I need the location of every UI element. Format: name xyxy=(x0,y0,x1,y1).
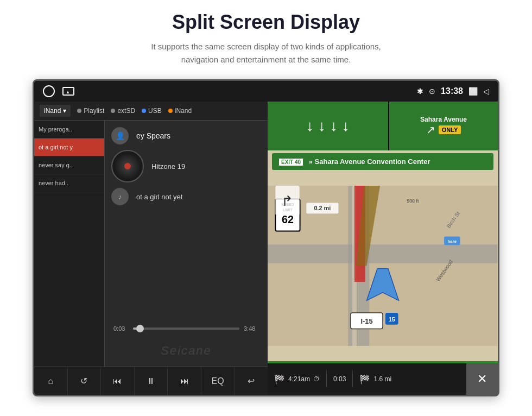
time-total: 3:48 xyxy=(244,325,259,332)
nav-map: ↓ ↓ ↓ ↓ Sahara Avenue ↗ ONLY xyxy=(268,102,498,395)
nav-bottom-bar: 🏁 4:21am ⏱ 0:03 🏁 1.6 mi ✕ xyxy=(268,363,498,395)
artist-name: ey Spears xyxy=(136,131,170,140)
road-svg: Birch St Westwood SPEED LIMIT 62 ↱ 0.2 m… xyxy=(268,186,498,346)
album-row: Hitzone 19 xyxy=(111,150,261,182)
svg-text:15: 15 xyxy=(389,316,395,323)
bluetooth-icon: ✱ xyxy=(417,87,423,96)
device-frame: ✱ ⊙ 13:38 ⬜ ◁ iNand ▾ Playlist xyxy=(33,79,499,396)
nav-elapsed: 0:03 xyxy=(327,375,352,383)
status-right-icons: ✱ ⊙ 13:38 ⬜ ◁ xyxy=(417,86,489,96)
dropdown-arrow: ▾ xyxy=(63,107,66,115)
watermark: Seicane xyxy=(111,342,261,360)
arrow-down-4: ↓ xyxy=(342,117,350,135)
exit-sign: EXIT 40 » Sahara Avenue Convention Cente… xyxy=(272,153,493,170)
extsd-option[interactable]: extSD xyxy=(111,107,135,115)
note-icon: ♪ xyxy=(111,188,129,205)
road-signs-top: ↓ ↓ ↓ ↓ Sahara Avenue ↗ ONLY xyxy=(268,102,498,150)
svg-text:I-15: I-15 xyxy=(361,317,373,325)
sahara-text: Sahara Avenue xyxy=(420,116,467,123)
usb-option[interactable]: USB xyxy=(142,107,162,115)
main-area: iNand ▾ Playlist extSD USB iNand xyxy=(34,102,498,395)
progress-section: 0:03 3:48 xyxy=(111,321,261,336)
flag-start-icon: 🏁 xyxy=(274,374,285,385)
arrow-down-2: ↓ xyxy=(318,117,326,135)
artist-row: 👤 ey Spears xyxy=(111,127,261,144)
home-button[interactable]: ⌂ xyxy=(34,367,68,395)
inand-option[interactable]: iNand xyxy=(168,107,192,115)
close-button[interactable]: ✕ xyxy=(466,363,498,395)
svg-text:62: 62 xyxy=(282,213,294,225)
playlist-item-active[interactable]: ot a girl,not y xyxy=(34,138,104,156)
green-sign-right: Sahara Avenue ↗ ONLY xyxy=(389,102,498,150)
back-button[interactable]: ↩ xyxy=(235,367,268,395)
status-time: 13:38 xyxy=(441,86,463,96)
image-icon xyxy=(62,87,74,96)
navigation-panel: ↓ ↓ ↓ ↓ Sahara Avenue ↗ ONLY xyxy=(268,102,498,395)
arrow-down-3: ↓ xyxy=(330,117,338,135)
svg-text:0.2 mi: 0.2 mi xyxy=(314,205,331,211)
playlist-dot xyxy=(77,109,81,113)
source-dropdown[interactable]: iNand ▾ xyxy=(40,105,71,117)
playlist: My preroga.. ot a girl,not y never say g… xyxy=(34,121,105,367)
only-badge: ONLY xyxy=(439,125,461,134)
status-left-icons xyxy=(43,85,74,97)
track-row: ♪ ot a girl not yet xyxy=(111,188,261,205)
page-title: Split Screen Display xyxy=(172,11,360,34)
extsd-dot xyxy=(111,109,115,113)
back-icon: ◁ xyxy=(483,87,489,96)
close-icon: ✕ xyxy=(477,372,487,386)
inand-dot xyxy=(168,109,173,113)
track-name: ot a girl not yet xyxy=(136,193,182,201)
green-sign-left: ↓ ↓ ↓ ↓ xyxy=(268,102,389,150)
repeat-button[interactable]: ↺ xyxy=(68,367,102,395)
elapsed-time: 0:03 xyxy=(333,375,346,383)
arrow-down-1: ↓ xyxy=(306,117,314,135)
next-button[interactable]: ⏭ xyxy=(168,367,201,395)
prev-button[interactable]: ⏮ xyxy=(101,367,135,395)
nav-distance: 🏁 1.6 mi xyxy=(353,374,398,385)
album-art xyxy=(111,150,144,182)
remaining-distance: 1.6 mi xyxy=(373,375,391,383)
music-panel: iNand ▾ Playlist extSD USB iNand xyxy=(34,102,268,395)
window-icon: ⬜ xyxy=(468,87,478,96)
player-area: 👤 ey Spears Hitzone 19 ♪ ot a girl not y… xyxy=(105,121,268,367)
flag-end-icon: 🏁 xyxy=(359,374,370,385)
album-name: Hitzone 19 xyxy=(151,162,185,171)
playlist-option[interactable]: Playlist xyxy=(77,107,104,115)
map-body: Birch St Westwood SPEED LIMIT 62 ↱ 0.2 m… xyxy=(268,186,498,346)
time-current: 0:03 xyxy=(113,325,129,332)
content-split: My preroga.. ot a girl,not y never say g… xyxy=(34,121,268,367)
svg-text:↱: ↱ xyxy=(281,193,293,209)
page-subtitle: It supports the same screen display of t… xyxy=(151,40,381,66)
usb-dot xyxy=(142,109,146,113)
circle-icon xyxy=(43,85,55,97)
playlist-item[interactable]: never had.. xyxy=(34,174,104,192)
source-label: iNand xyxy=(44,107,61,115)
location-icon: ⊙ xyxy=(429,87,435,96)
exit-badge: EXIT 40 xyxy=(278,158,303,166)
timer-icon: ⏱ xyxy=(313,375,320,383)
bottom-controls: ⌂ ↺ ⏮ ⏸ ⏭ EQ ↩ xyxy=(34,367,268,395)
artist-icon: 👤 xyxy=(111,127,129,144)
play-pause-button[interactable]: ⏸ xyxy=(135,367,168,395)
status-bar: ✱ ⊙ 13:38 ⬜ ◁ xyxy=(34,81,498,102)
svg-rect-2 xyxy=(268,244,498,263)
nav-start-time: 🏁 4:21am ⏱ xyxy=(268,374,326,385)
progress-track[interactable] xyxy=(133,327,239,330)
destination-text: » Sahara Avenue Convention Center xyxy=(309,157,430,166)
source-bar: iNand ▾ Playlist extSD USB iNand xyxy=(34,102,268,121)
eq-button[interactable]: EQ xyxy=(201,367,235,395)
svg-text:here: here xyxy=(448,239,457,244)
playlist-item[interactable]: My preroga.. xyxy=(34,121,104,138)
svg-text:500 ft: 500 ft xyxy=(407,198,419,204)
arrival-time: 4:21am xyxy=(288,375,310,383)
progress-bar-container: 0:03 3:48 xyxy=(111,325,261,332)
progress-thumb[interactable] xyxy=(136,325,144,332)
playlist-item[interactable]: never say g.. xyxy=(34,156,104,174)
